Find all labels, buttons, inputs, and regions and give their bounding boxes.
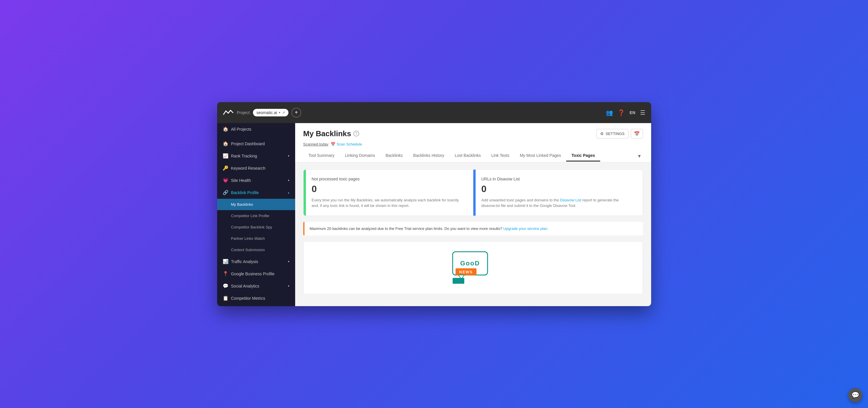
project-selector[interactable]: seomatic.ai ▾ ↗	[253, 109, 288, 117]
tab-my-most-linked-pages[interactable]: My Most Linked Pages	[515, 150, 566, 161]
card-desc-not-processed: Every time you run the My Backlinks, we …	[312, 197, 467, 209]
social-icon: 💬	[223, 283, 228, 289]
keyword-icon: 🔑	[223, 165, 228, 171]
chat-fab-button[interactable]: 💬	[848, 388, 862, 402]
sidebar-label-competitor-link-profile: Competitor Link Profile	[231, 214, 270, 218]
sidebar-item-traffic-analysis[interactable]: 📊 Traffic Analysis ▾	[217, 255, 295, 268]
sidebar-item-backlink-profile[interactable]: 🔗 Backlink Profile ▴	[217, 187, 295, 199]
help-circle-icon[interactable]: ?	[353, 131, 359, 136]
header-actions: ⚙ SETTINGS 📅	[596, 129, 643, 138]
tab-link-texts[interactable]: Link Texts	[486, 150, 515, 161]
sidebar-label-rank-tracking: Rank Tracking	[231, 154, 257, 158]
logo	[223, 107, 234, 118]
sidebar-item-keyword-research[interactable]: 🔑 Keyword Research	[217, 162, 295, 174]
chevron-right-traffic: ▾	[288, 260, 289, 263]
sidebar: 🏠 All Projects 🏠 Project Dashboard 📈 Ran…	[217, 123, 295, 306]
good-news-section: GooD NEWS	[303, 241, 643, 294]
main-layout: 🏠 All Projects 🏠 Project Dashboard 📈 Ran…	[217, 123, 651, 306]
users-icon[interactable]: 👥	[606, 109, 613, 116]
sidebar-label-site-health: Site Health	[231, 178, 251, 183]
calendar-icon: 📅	[634, 131, 640, 136]
calendar-button[interactable]: 📅	[631, 129, 643, 138]
sidebar-label-backlink-profile: Backlink Profile	[231, 190, 259, 195]
google-business-icon: 📍	[223, 271, 228, 277]
sidebar-item-all-projects[interactable]: 🏠 All Projects	[217, 123, 295, 135]
tab-toxic-pages[interactable]: Toxic Pages	[566, 150, 600, 161]
scan-schedule-link[interactable]: 📅 Scan Schedule	[331, 142, 362, 146]
tab-backlinks-history[interactable]: Backlinks History	[408, 150, 450, 161]
sidebar-label-google-business: Google Business Profile	[231, 272, 275, 276]
green-stripe	[304, 170, 306, 216]
rank-tracking-icon: 📈	[223, 153, 228, 159]
alert-text: Maximum 20 backlinks can be analyzed due…	[310, 226, 502, 231]
title-row: My Backlinks ? ⚙ SETTINGS 📅	[303, 129, 643, 138]
scan-info: Scanned today 📅 Scan Schedule	[303, 142, 643, 146]
tab-linking-domains[interactable]: Linking Domains	[340, 150, 380, 161]
all-projects-label: All Projects	[231, 127, 251, 131]
sidebar-label-keyword-research: Keyword Research	[231, 166, 266, 170]
alert-banner: Maximum 20 backlinks can be analyzed due…	[303, 222, 643, 236]
chat-icon: 💬	[851, 391, 859, 399]
menu-icon[interactable]: ☰	[640, 109, 645, 116]
add-project-button[interactable]: +	[291, 108, 301, 118]
calendar-small-icon: 📅	[331, 142, 335, 146]
card-content-urls-disavow: URLs in Disavow List 0 Add unwanted toxi…	[476, 170, 643, 216]
sidebar-item-social-analytics[interactable]: 💬 Social Analytics ▾	[217, 280, 295, 292]
sidebar-item-content-submission[interactable]: Content Submission	[217, 244, 295, 255]
sidebar-label-competitor-backlink-spy: Competitor Backlink Spy	[231, 225, 273, 229]
svg-rect-5	[453, 278, 464, 284]
competitor-metrics-icon: 📋	[223, 296, 228, 301]
tabs-bar: Tool Summary Linking Domains Backlinks B…	[303, 150, 643, 162]
sidebar-label-content-submission: Content Submission	[231, 248, 265, 252]
top-bar: Project: seomatic.ai ▾ ↗ + 👥 ❓ EN ☰	[217, 102, 651, 123]
card-value-not-processed: 0	[312, 184, 467, 194]
sidebar-label-competitor-metrics: Competitor Metrics	[231, 296, 265, 301]
tabs-more-button[interactable]: ▾	[636, 150, 643, 162]
upgrade-link[interactable]: Upgrade your service plan	[503, 226, 548, 231]
sidebar-item-google-business[interactable]: 📍 Google Business Profile	[217, 268, 295, 280]
sidebar-item-journal-of-events[interactable]: 📅 Journal of Events	[217, 304, 295, 306]
gear-icon: ⚙	[600, 131, 604, 136]
project-label: Project:	[237, 110, 251, 115]
sidebar-item-competitor-link-profile[interactable]: Competitor Link Profile	[217, 210, 295, 221]
sidebar-label-social-analytics: Social Analytics	[231, 284, 259, 288]
sidebar-label-project-dashboard: Project Dashboard	[231, 142, 265, 146]
content-body: Not processed toxic pages 0 Every time y…	[295, 162, 651, 306]
chevron-down-icon-site: ▾	[288, 179, 289, 182]
scanned-today-label: Scanned today	[303, 142, 329, 146]
sidebar-item-project-dashboard[interactable]: 🏠 Project Dashboard	[217, 138, 295, 150]
good-news-svg: GooD NEWS	[450, 250, 496, 285]
language-button[interactable]: EN	[630, 110, 635, 115]
sidebar-item-site-health[interactable]: 💗 Site Health ▾	[217, 174, 295, 187]
sidebar-item-partner-links-watch[interactable]: Partner Links Watch	[217, 233, 295, 244]
stat-card-not-processed: Not processed toxic pages 0 Every time y…	[304, 170, 473, 216]
sidebar-item-rank-tracking[interactable]: 📈 Rank Tracking ▾	[217, 150, 295, 162]
sidebar-label-my-backlinks: My Backlinks	[231, 202, 253, 207]
chevron-right-social: ▾	[288, 284, 289, 287]
sidebar-item-competitor-backlink-spy[interactable]: Competitor Backlink Spy	[217, 221, 295, 233]
blue-stripe	[473, 170, 476, 216]
tab-backlinks[interactable]: Backlinks	[380, 150, 408, 161]
chevron-down-icon: ▾	[279, 111, 280, 114]
help-icon[interactable]: ❓	[618, 109, 625, 116]
chevron-up-icon: ▴	[288, 191, 289, 194]
card-label-not-processed: Not processed toxic pages	[312, 177, 467, 181]
good-news-illustration: GooD NEWS	[441, 242, 505, 294]
disavow-list-link[interactable]: Disavow List	[560, 198, 581, 202]
stat-card-urls-disavow: URLs in Disavow List 0 Add unwanted toxi…	[473, 170, 643, 216]
settings-btn-label: SETTINGS	[606, 131, 624, 136]
stat-cards: Not processed toxic pages 0 Every time y…	[303, 169, 643, 216]
tab-tool-summary[interactable]: Tool Summary	[303, 150, 340, 161]
settings-button[interactable]: ⚙ SETTINGS	[596, 129, 628, 138]
card-value-urls-disavow: 0	[482, 184, 637, 194]
tab-lost-backlinks[interactable]: Lost Backlinks	[450, 150, 486, 161]
home-icon: 🏠	[223, 127, 228, 132]
sidebar-item-my-backlinks[interactable]: My Backlinks	[217, 199, 295, 210]
backlink-icon: 🔗	[223, 190, 228, 195]
svg-text:GooD: GooD	[460, 259, 480, 267]
chevron-right-icon: ▾	[288, 154, 289, 157]
card-content-not-processed: Not processed toxic pages 0 Every time y…	[306, 170, 473, 216]
sidebar-item-competitor-metrics[interactable]: 📋 Competitor Metrics	[217, 292, 295, 304]
svg-text:NEWS: NEWS	[459, 270, 473, 274]
project-name: seomatic.ai	[256, 110, 277, 115]
